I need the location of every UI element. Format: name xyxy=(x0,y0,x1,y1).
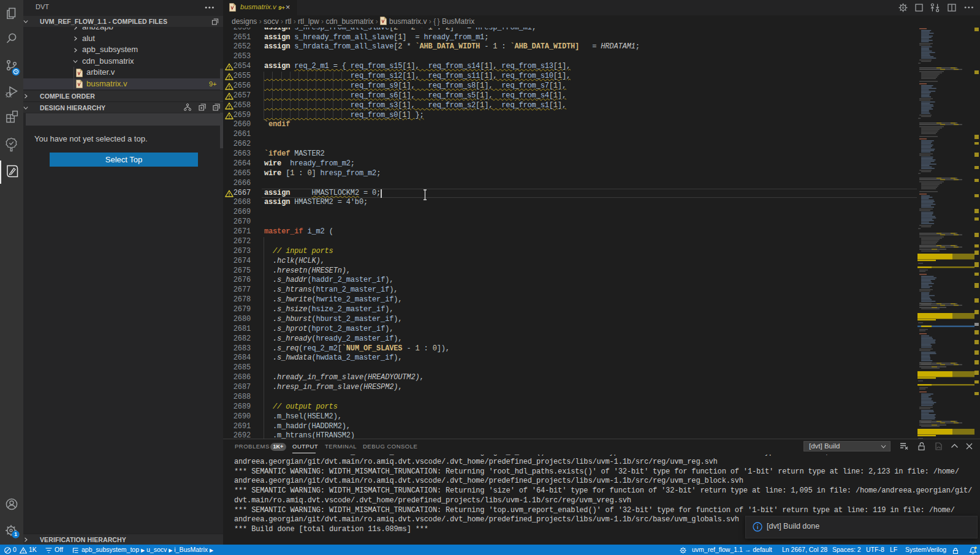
svg-text:1: 1 xyxy=(14,531,17,537)
